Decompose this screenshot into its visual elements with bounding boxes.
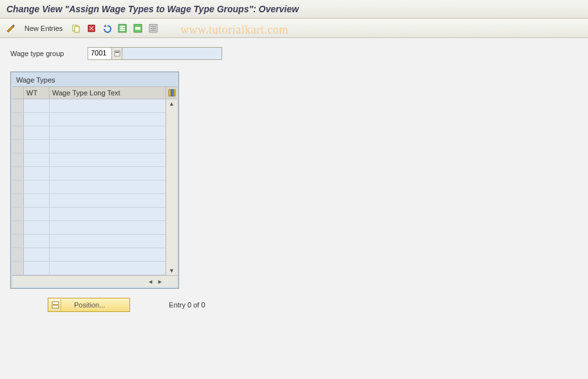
cell-wt[interactable] xyxy=(24,153,50,166)
scroll-right-icon[interactable]: ► xyxy=(156,278,164,285)
table-row xyxy=(12,248,166,262)
row-selector[interactable] xyxy=(12,208,24,220)
cell-long-text[interactable] xyxy=(50,248,166,261)
cell-wt[interactable] xyxy=(24,167,50,180)
cell-long-text[interactable] xyxy=(50,235,166,248)
svg-rect-12 xyxy=(151,30,156,31)
select-all-column[interactable] xyxy=(12,87,24,99)
cell-long-text[interactable] xyxy=(50,262,166,275)
cell-long-text[interactable] xyxy=(50,221,166,234)
cell-wt[interactable] xyxy=(24,126,50,139)
table-row xyxy=(12,126,166,140)
row-selector[interactable] xyxy=(12,113,24,126)
row-selector[interactable] xyxy=(12,248,24,261)
table-header: WT Wage Type Long Text xyxy=(12,86,177,99)
svg-rect-17 xyxy=(174,90,175,96)
cell-long-text[interactable] xyxy=(50,113,166,126)
position-button[interactable]: Position... xyxy=(48,298,130,312)
svg-rect-5 xyxy=(120,28,125,29)
wage-type-group-input[interactable]: 7001 xyxy=(88,47,112,60)
undo-icon[interactable] xyxy=(101,23,113,34)
table-row xyxy=(12,194,166,208)
cell-long-text[interactable] xyxy=(50,208,166,220)
select-block-icon[interactable] xyxy=(132,23,144,34)
row-selector[interactable] xyxy=(12,140,24,153)
table-row xyxy=(12,113,166,126)
footer-row: Position... Entry 0 of 0 xyxy=(10,298,578,312)
row-selector[interactable] xyxy=(12,153,24,166)
column-header-wt[interactable]: WT xyxy=(24,87,50,99)
copy-icon[interactable] xyxy=(70,23,82,34)
delete-icon[interactable] xyxy=(86,23,97,34)
row-selector[interactable] xyxy=(12,235,24,248)
cell-long-text[interactable] xyxy=(50,126,166,139)
position-icon xyxy=(50,299,61,311)
cell-long-text[interactable] xyxy=(50,153,166,166)
row-selector[interactable] xyxy=(12,194,24,207)
table-row xyxy=(12,140,166,153)
position-button-label: Position... xyxy=(74,301,128,309)
table-settings-icon[interactable] xyxy=(166,87,177,99)
table-row xyxy=(12,262,166,275)
row-selector[interactable] xyxy=(12,99,24,112)
svg-rect-14 xyxy=(115,52,119,53)
cell-wt[interactable] xyxy=(24,194,50,207)
vertical-scrollbar[interactable]: ▲ ▼ xyxy=(166,99,177,275)
wage-type-group-desc xyxy=(122,47,222,60)
scroll-up-icon[interactable]: ▲ xyxy=(169,101,175,107)
deselect-all-icon[interactable] xyxy=(147,23,159,34)
table-row xyxy=(12,99,166,113)
wage-type-group-label: Wage type group xyxy=(10,50,81,57)
row-selector[interactable] xyxy=(12,126,24,139)
wage-type-group-field-row: Wage type group 7001 xyxy=(10,47,578,60)
svg-rect-1 xyxy=(75,26,79,32)
cell-long-text[interactable] xyxy=(50,140,166,153)
cell-long-text[interactable] xyxy=(50,99,166,112)
table-row xyxy=(12,167,166,180)
row-selector[interactable] xyxy=(12,167,24,180)
table-title: Wage Types xyxy=(12,73,177,86)
svg-rect-15 xyxy=(169,90,171,96)
entry-count-text: Entry 0 of 0 xyxy=(169,301,205,309)
row-selector[interactable] xyxy=(12,180,24,193)
cell-wt[interactable] xyxy=(24,262,50,275)
cell-wt[interactable] xyxy=(24,248,50,261)
cell-wt[interactable] xyxy=(24,208,50,220)
cell-wt[interactable] xyxy=(24,180,50,193)
svg-rect-4 xyxy=(120,26,125,27)
content-area: Wage type group 7001 Wage Types WT Wage … xyxy=(0,38,588,321)
toolbar: New Entries xyxy=(0,19,588,38)
table-row xyxy=(12,235,166,248)
cell-wt[interactable] xyxy=(24,221,50,234)
cell-long-text[interactable] xyxy=(50,180,166,193)
horizontal-scrollbar[interactable]: ◄ ► xyxy=(12,275,177,287)
column-header-long-text[interactable]: Wage Type Long Text xyxy=(50,87,166,99)
row-selector[interactable] xyxy=(12,262,24,275)
svg-rect-8 xyxy=(135,27,140,30)
select-all-icon[interactable] xyxy=(117,23,128,34)
cell-wt[interactable] xyxy=(24,99,50,112)
cell-wt[interactable] xyxy=(24,235,50,248)
table-row xyxy=(12,180,166,194)
svg-rect-10 xyxy=(151,26,156,27)
table-row xyxy=(12,221,166,235)
table-row xyxy=(12,208,166,221)
scroll-left-icon[interactable]: ◄ xyxy=(146,278,155,285)
wage-types-table: Wage Types WT Wage Type Long Text ▲ ▼ ◄ … xyxy=(10,72,179,289)
svg-rect-11 xyxy=(151,28,156,29)
cell-wt[interactable] xyxy=(24,140,50,153)
cell-long-text[interactable] xyxy=(50,194,166,207)
cell-long-text[interactable] xyxy=(50,167,166,180)
svg-rect-6 xyxy=(120,30,125,31)
f4-help-icon[interactable] xyxy=(112,47,122,60)
new-entries-button[interactable]: New Entries xyxy=(21,24,66,32)
page-title: Change View "Assign Wage Types to Wage T… xyxy=(0,0,588,19)
scroll-down-icon[interactable]: ▼ xyxy=(169,267,175,274)
table-row xyxy=(12,153,166,167)
row-selector[interactable] xyxy=(12,221,24,234)
cell-wt[interactable] xyxy=(24,113,50,126)
svg-rect-16 xyxy=(171,90,173,96)
svg-rect-19 xyxy=(53,304,58,306)
toggle-change-icon[interactable] xyxy=(5,23,17,34)
